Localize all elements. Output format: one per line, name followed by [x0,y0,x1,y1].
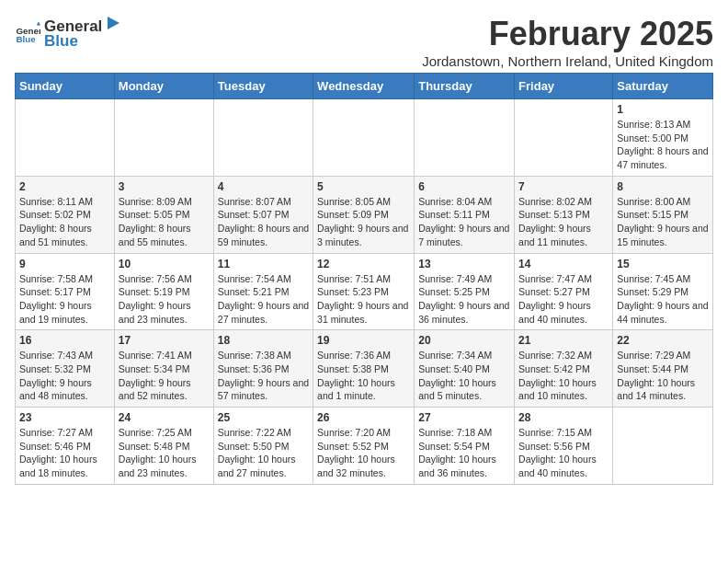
logo-arrow-icon [103,15,119,31]
empty-cell [515,99,613,177]
weekday-header-thursday: Thursday [415,74,515,99]
day-info: Sunrise: 7:58 AM Sunset: 5:17 PM Dayligh… [19,272,110,327]
day-number: 5 [317,180,410,193]
week-row-3: 9Sunrise: 7:58 AM Sunset: 5:17 PM Daylig… [16,253,713,330]
day-number: 3 [119,180,210,193]
svg-marker-2 [37,21,40,25]
day-cell-28: 28Sunrise: 7:15 AM Sunset: 5:56 PM Dayli… [515,408,613,485]
day-info: Sunrise: 7:38 AM Sunset: 5:36 PM Dayligh… [218,349,309,403]
day-cell-2: 2Sunrise: 8:11 AM Sunset: 5:02 PM Daylig… [16,176,115,253]
day-cell-8: 8Sunrise: 8:00 AM Sunset: 5:15 PM Daylig… [613,176,713,253]
day-info: Sunrise: 7:34 AM Sunset: 5:40 PM Dayligh… [418,349,510,403]
day-cell-26: 26Sunrise: 7:20 AM Sunset: 5:52 PM Dayli… [313,408,415,485]
day-number: 28 [518,411,609,424]
location-title: Jordanstown, Northern Ireland, United Ki… [422,53,713,69]
day-info: Sunrise: 7:18 AM Sunset: 5:54 PM Dayligh… [418,426,510,480]
day-info: Sunrise: 7:15 AM Sunset: 5:56 PM Dayligh… [518,426,609,480]
day-cell-1: 1Sunrise: 8:13 AM Sunset: 5:00 PM Daylig… [613,99,713,177]
day-info: Sunrise: 8:13 AM Sunset: 5:00 PM Dayligh… [617,118,709,172]
week-row-1: 1Sunrise: 8:13 AM Sunset: 5:00 PM Daylig… [16,99,713,177]
empty-cell [16,99,115,177]
day-number: 21 [518,334,609,347]
day-info: Sunrise: 7:47 AM Sunset: 5:27 PM Dayligh… [518,272,609,327]
empty-cell [613,408,713,485]
empty-cell [213,99,313,177]
weekday-header-row: SundayMondayTuesdayWednesdayThursdayFrid… [16,74,713,99]
day-number: 12 [317,258,410,270]
day-cell-4: 4Sunrise: 8:07 AM Sunset: 5:07 PM Daylig… [213,176,313,253]
day-number: 23 [19,411,110,424]
svg-text:Blue: Blue [16,33,36,43]
day-cell-3: 3Sunrise: 8:09 AM Sunset: 5:05 PM Daylig… [114,176,213,253]
day-number: 1 [617,103,709,116]
day-number: 19 [317,334,410,347]
day-cell-24: 24Sunrise: 7:25 AM Sunset: 5:48 PM Dayli… [114,408,213,485]
day-cell-11: 11Sunrise: 7:54 AM Sunset: 5:21 PM Dayli… [213,253,313,330]
day-number: 18 [218,334,309,347]
day-info: Sunrise: 7:41 AM Sunset: 5:34 PM Dayligh… [119,349,210,403]
day-cell-18: 18Sunrise: 7:38 AM Sunset: 5:36 PM Dayli… [213,330,313,408]
day-number: 9 [19,258,110,270]
day-info: Sunrise: 8:05 AM Sunset: 5:09 PM Dayligh… [317,195,410,249]
day-info: Sunrise: 7:32 AM Sunset: 5:42 PM Dayligh… [518,349,609,403]
day-number: 11 [218,258,309,270]
day-cell-19: 19Sunrise: 7:36 AM Sunset: 5:38 PM Dayli… [313,330,415,408]
day-cell-16: 16Sunrise: 7:43 AM Sunset: 5:32 PM Dayli… [16,330,115,408]
day-info: Sunrise: 7:49 AM Sunset: 5:25 PM Dayligh… [418,272,510,327]
day-info: Sunrise: 8:11 AM Sunset: 5:02 PM Dayligh… [19,195,110,249]
day-cell-14: 14Sunrise: 7:47 AM Sunset: 5:27 PM Dayli… [515,253,613,330]
day-cell-7: 7Sunrise: 8:02 AM Sunset: 5:13 PM Daylig… [515,176,613,253]
day-number: 4 [218,180,309,193]
day-info: Sunrise: 7:43 AM Sunset: 5:32 PM Dayligh… [19,349,110,403]
day-cell-20: 20Sunrise: 7:34 AM Sunset: 5:40 PM Dayli… [415,330,515,408]
day-number: 26 [317,411,410,424]
day-cell-23: 23Sunrise: 7:27 AM Sunset: 5:46 PM Dayli… [16,408,115,485]
day-cell-9: 9Sunrise: 7:58 AM Sunset: 5:17 PM Daylig… [16,253,115,330]
weekday-header-monday: Monday [114,74,213,99]
week-row-5: 23Sunrise: 7:27 AM Sunset: 5:46 PM Dayli… [16,408,713,485]
day-number: 15 [617,258,709,270]
day-info: Sunrise: 8:09 AM Sunset: 5:05 PM Dayligh… [119,195,210,249]
day-number: 25 [218,411,309,424]
logo-icon: General Blue [15,20,40,46]
empty-cell [313,99,415,177]
week-row-2: 2Sunrise: 8:11 AM Sunset: 5:02 PM Daylig… [16,176,713,253]
day-info: Sunrise: 8:07 AM Sunset: 5:07 PM Dayligh… [218,195,309,249]
weekday-header-sunday: Sunday [16,74,115,99]
weekday-header-tuesday: Tuesday [213,74,313,99]
day-cell-5: 5Sunrise: 8:05 AM Sunset: 5:09 PM Daylig… [313,176,415,253]
weekday-header-friday: Friday [515,74,613,99]
day-info: Sunrise: 8:02 AM Sunset: 5:13 PM Dayligh… [518,195,609,249]
day-number: 13 [418,258,510,270]
day-number: 22 [617,334,709,347]
day-number: 10 [119,258,210,270]
day-number: 8 [617,180,709,193]
week-row-4: 16Sunrise: 7:43 AM Sunset: 5:32 PM Dayli… [16,330,713,408]
day-number: 6 [418,180,510,193]
day-number: 20 [418,334,510,347]
day-number: 14 [518,258,609,270]
day-cell-17: 17Sunrise: 7:41 AM Sunset: 5:34 PM Dayli… [114,330,213,408]
day-number: 2 [19,180,110,193]
day-cell-15: 15Sunrise: 7:45 AM Sunset: 5:29 PM Dayli… [613,253,713,330]
day-cell-12: 12Sunrise: 7:51 AM Sunset: 5:23 PM Dayli… [313,253,415,330]
day-info: Sunrise: 7:36 AM Sunset: 5:38 PM Dayligh… [317,349,410,403]
day-number: 16 [19,334,110,347]
empty-cell [415,99,515,177]
day-cell-10: 10Sunrise: 7:56 AM Sunset: 5:19 PM Dayli… [114,253,213,330]
day-number: 27 [418,411,510,424]
day-cell-22: 22Sunrise: 7:29 AM Sunset: 5:44 PM Dayli… [613,330,713,408]
weekday-header-saturday: Saturday [613,74,713,99]
day-info: Sunrise: 7:29 AM Sunset: 5:44 PM Dayligh… [617,349,709,403]
day-info: Sunrise: 7:27 AM Sunset: 5:46 PM Dayligh… [19,426,110,480]
day-number: 24 [119,411,210,424]
day-cell-25: 25Sunrise: 7:22 AM Sunset: 5:50 PM Dayli… [213,408,313,485]
page-header: General Blue General Blue February 2025 … [15,15,713,69]
day-info: Sunrise: 7:56 AM Sunset: 5:19 PM Dayligh… [119,272,210,327]
month-title: February 2025 [422,15,713,53]
day-info: Sunrise: 7:54 AM Sunset: 5:21 PM Dayligh… [218,272,309,327]
day-info: Sunrise: 7:45 AM Sunset: 5:29 PM Dayligh… [617,272,709,327]
day-cell-13: 13Sunrise: 7:49 AM Sunset: 5:25 PM Dayli… [415,253,515,330]
day-cell-27: 27Sunrise: 7:18 AM Sunset: 5:54 PM Dayli… [415,408,515,485]
day-info: Sunrise: 7:22 AM Sunset: 5:50 PM Dayligh… [218,426,309,480]
